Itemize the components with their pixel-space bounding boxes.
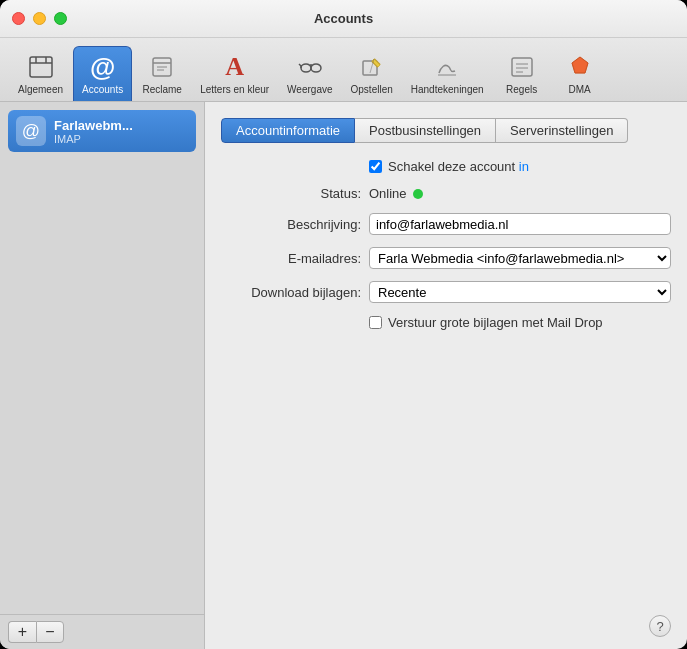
reclame-icon	[146, 51, 178, 83]
toolbar-label-reclame: Reclame	[142, 84, 181, 95]
minimize-button[interactable]	[33, 12, 46, 25]
svg-rect-0	[30, 57, 52, 77]
beschrijving-input[interactable]	[369, 213, 671, 235]
sidebar-footer: + −	[0, 614, 204, 649]
toolbar-label-accounts: Accounts	[82, 84, 123, 95]
status-label: Status:	[221, 186, 361, 201]
status-row: Status: Online	[221, 186, 671, 201]
svg-point-9	[311, 64, 321, 72]
download-select[interactable]: Recente	[369, 281, 671, 303]
add-account-button[interactable]: +	[8, 621, 36, 643]
mail-drop-checkbox[interactable]	[369, 316, 382, 329]
maximize-button[interactable]	[54, 12, 67, 25]
account-at-icon: @	[16, 116, 46, 146]
download-label: Download bijlagen:	[221, 285, 361, 300]
toolbar-item-regels[interactable]: Regels	[494, 47, 550, 101]
weergave-icon	[294, 51, 326, 83]
enable-account-checkbox[interactable]	[369, 160, 382, 173]
toolbar-item-accounts[interactable]: @ Accounts	[73, 46, 132, 101]
form-area: Schakel deze account in Status: Online B…	[221, 159, 671, 330]
dma-icon	[564, 51, 596, 83]
tab-account-info[interactable]: Accountinformatie	[221, 118, 355, 143]
toolbar-label-algemeen: Algemeen	[18, 84, 63, 95]
toolbar-item-opstellen[interactable]: Opstellen	[343, 47, 401, 101]
help-button[interactable]: ?	[649, 615, 671, 637]
toolbar-item-reclame[interactable]: Reclame	[134, 47, 190, 101]
beschrijving-label: Beschrijving:	[221, 217, 361, 232]
enable-account-row: Schakel deze account in	[221, 159, 671, 174]
toolbar-label-handtekeningen: Handtekeningen	[411, 84, 484, 95]
tab-server[interactable]: Serverinstellingen	[496, 118, 628, 143]
tab-bar: Accountinformatie Postbusinstellingen Se…	[221, 118, 671, 143]
account-list: @ Farlawebm... IMAP	[0, 102, 204, 614]
main-window: Accounts Algemeen @ Accounts	[0, 0, 687, 649]
account-item[interactable]: @ Farlawebm... IMAP	[8, 110, 196, 152]
svg-rect-19	[512, 58, 532, 76]
beschrijving-row: Beschrijving:	[221, 213, 671, 235]
close-button[interactable]	[12, 12, 25, 25]
status-text: Online	[369, 186, 407, 201]
opstellen-icon	[356, 51, 388, 83]
toolbar-label-opstellen: Opstellen	[351, 84, 393, 95]
sidebar: @ Farlawebm... IMAP + −	[0, 102, 205, 649]
status-value-row: Online	[369, 186, 423, 201]
toolbar-label-regels: Regels	[506, 84, 537, 95]
toolbar: Algemeen @ Accounts Reclame A Letters en…	[0, 38, 687, 102]
download-bijlagen-row: Download bijlagen: Recente	[221, 281, 671, 303]
svg-point-8	[301, 64, 311, 72]
svg-line-12	[299, 64, 301, 66]
account-name: Farlawebm...	[54, 118, 133, 133]
toolbar-label-weergave: Weergave	[287, 84, 332, 95]
toolbar-item-dma[interactable]: DMA	[552, 47, 608, 101]
tab-postbus[interactable]: Postbusinstellingen	[355, 118, 496, 143]
window-controls	[12, 12, 67, 25]
titlebar: Accounts	[0, 0, 687, 38]
toolbar-item-handtekeningen[interactable]: Handtekeningen	[403, 47, 492, 101]
accounts-icon: @	[87, 51, 119, 83]
letters-icon: A	[219, 51, 251, 83]
detail-panel: Accountinformatie Postbusinstellingen Se…	[205, 102, 687, 649]
status-dot-icon	[413, 189, 423, 199]
algemeen-icon	[25, 51, 57, 83]
mail-drop-label: Verstuur grote bijlagen met Mail Drop	[388, 315, 603, 330]
emailadres-row: E-mailadres: Farla Webmedia <info@farlaw…	[221, 247, 671, 269]
account-type: IMAP	[54, 133, 133, 145]
emailadres-select[interactable]: Farla Webmedia <info@farlawebmedia.nl>	[369, 247, 671, 269]
enable-account-label: Schakel deze account in	[388, 159, 529, 174]
toolbar-label-letters: Letters en kleur	[200, 84, 269, 95]
emailadres-label: E-mailadres:	[221, 251, 361, 266]
mail-drop-row: Verstuur grote bijlagen met Mail Drop	[221, 315, 671, 330]
remove-account-button[interactable]: −	[36, 621, 64, 643]
regels-icon	[506, 51, 538, 83]
main-content: @ Farlawebm... IMAP + − Accountinformati…	[0, 102, 687, 649]
toolbar-item-letters[interactable]: A Letters en kleur	[192, 47, 277, 101]
account-info: Farlawebm... IMAP	[54, 118, 133, 145]
window-title: Accounts	[314, 11, 373, 26]
toolbar-item-weergave[interactable]: Weergave	[279, 47, 340, 101]
toolbar-label-dma: DMA	[568, 84, 590, 95]
toolbar-item-algemeen[interactable]: Algemeen	[10, 47, 71, 101]
handtekeningen-icon	[431, 51, 463, 83]
